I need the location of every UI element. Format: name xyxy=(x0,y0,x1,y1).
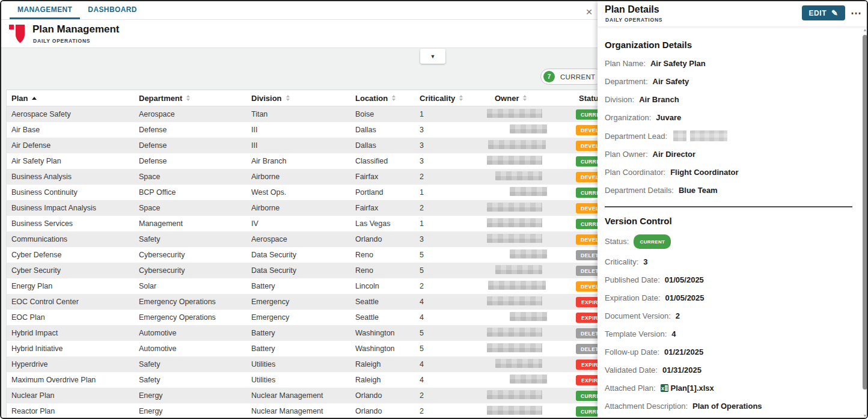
cell-department: Management xyxy=(139,219,251,228)
cell-division: Data Security xyxy=(251,251,355,259)
cell-plan: Aerospace Safety xyxy=(11,110,139,118)
pencil-icon: ✎ xyxy=(831,8,839,17)
cell-department: Aerospace xyxy=(139,110,251,118)
plan-details-panel: Plan Details DAILY OPERATIONS EDIT ✎ ⋯ O… xyxy=(598,1,868,419)
filter-chip-label: CURRENT xyxy=(560,73,595,81)
svg-text:x: x xyxy=(661,385,664,391)
app-window: MANAGEMENT DASHBOARD × Plan Management D… xyxy=(0,0,868,419)
column-label: Division xyxy=(251,94,282,103)
cell-location: Seattle xyxy=(355,298,420,306)
column-label: Owner xyxy=(495,94,519,103)
field-criticality: Criticality:3 xyxy=(605,257,852,267)
cell-department: Safety xyxy=(139,235,251,243)
cell-division: IV xyxy=(251,219,355,228)
owner-redacted-block xyxy=(487,343,542,352)
cell-plan: Air Base xyxy=(11,126,139,134)
collapse-toolbar-button[interactable]: ▼ xyxy=(420,49,445,64)
cell-division: Utilities xyxy=(251,376,355,384)
owner-redacted-block xyxy=(487,109,542,118)
cell-criticality: 1 xyxy=(420,110,487,118)
cell-owner xyxy=(487,265,576,276)
cell-division: Aerospace xyxy=(251,235,355,243)
page-subtitle: DAILY OPERATIONS xyxy=(33,38,90,44)
panel-scrollbar[interactable]: ▲ ▼ xyxy=(862,28,868,419)
cell-criticality: 5 xyxy=(420,329,487,337)
tab-management[interactable]: MANAGEMENT xyxy=(10,1,80,19)
cell-plan: Nuclear Plan xyxy=(11,391,139,400)
cell-department: Defense xyxy=(139,141,251,150)
sort-icon xyxy=(186,95,190,101)
field-department-details: Department Details:Blue Team xyxy=(605,185,852,195)
cell-plan: EOC Control Center xyxy=(11,298,139,306)
cell-owner xyxy=(487,171,576,182)
attached-plan-link[interactable]: Plan[1].xlsx xyxy=(671,384,714,393)
scroll-down-icon[interactable]: ▼ xyxy=(863,414,867,418)
field-attached-plan: Attached Plan:xPlan[1].xlsx xyxy=(605,383,852,393)
panel-subtitle: DAILY OPERATIONS xyxy=(605,17,662,23)
owner-redacted-block xyxy=(487,218,542,227)
more-options-icon[interactable]: ⋯ xyxy=(851,7,862,20)
cell-department: Energy xyxy=(139,391,251,400)
cell-owner xyxy=(487,156,576,167)
column-header[interactable]: Criticality xyxy=(420,94,487,103)
cell-location: Lincoln xyxy=(355,282,420,290)
section-divider xyxy=(605,206,852,207)
owner-redacted-block xyxy=(487,390,542,399)
column-header[interactable]: Division xyxy=(251,94,355,103)
field-document-version: Document Version:2 xyxy=(605,311,852,321)
field-status: Status:CURRENT xyxy=(605,234,852,249)
cell-location: Reno xyxy=(355,251,420,259)
column-label: Department xyxy=(139,94,182,103)
scrollbar-thumb[interactable] xyxy=(863,35,867,390)
lead-avatar-redacted xyxy=(673,130,686,141)
field-template-version: Template Version:4 xyxy=(605,329,852,339)
field-organization: Organization:Juvare xyxy=(605,112,852,123)
cell-plan: Communications xyxy=(11,235,139,243)
cell-location: Portland xyxy=(355,188,420,197)
cell-location: Fairfax xyxy=(355,204,420,212)
cell-department: Defense xyxy=(139,126,251,134)
owner-redacted-block xyxy=(510,249,547,258)
cell-criticality: 3 xyxy=(420,141,487,150)
field-plan-owner: Plan Owner:Air Director xyxy=(605,149,852,159)
field-validated-date: Validated Date:01/31/2025 xyxy=(605,365,852,375)
cell-criticality: 4 xyxy=(420,360,487,369)
cell-department: Space xyxy=(139,173,251,181)
field-attachment-description: Attachment Description:Plan of Operation… xyxy=(605,401,852,411)
cell-division: Battery xyxy=(251,344,355,353)
scroll-up-icon[interactable]: ▲ xyxy=(863,28,867,32)
cell-department: Automotive xyxy=(139,344,251,353)
column-label: Criticality xyxy=(420,94,455,103)
cell-department: Emergency Operations xyxy=(139,313,251,322)
cell-division: Titan xyxy=(251,110,355,118)
cell-division: Emergency xyxy=(251,313,355,322)
cell-location: Dallas xyxy=(355,141,420,150)
cell-owner xyxy=(487,390,576,401)
column-header[interactable]: Plan xyxy=(11,94,139,103)
cell-division: Airborne xyxy=(251,173,355,181)
cell-location: Reno xyxy=(355,266,420,275)
cell-plan: EOC Plan xyxy=(11,313,139,322)
cell-division: Battery xyxy=(251,329,355,337)
cell-plan: Hybrid Initiative xyxy=(11,344,139,353)
page-title: Plan Management xyxy=(32,23,120,35)
cell-plan: Business Continuity xyxy=(11,188,139,197)
owner-redacted-block xyxy=(487,234,542,243)
column-header[interactable]: Owner xyxy=(487,94,576,103)
filter-chip-current[interactable]: 7 CURRENT xyxy=(540,69,604,85)
cell-department: BCP Office xyxy=(139,188,251,197)
column-label: Plan xyxy=(11,94,28,103)
cell-plan: Business Services xyxy=(11,219,139,228)
edit-button[interactable]: EDIT ✎ xyxy=(802,5,845,20)
tab-dashboard[interactable]: DASHBOARD xyxy=(80,1,145,19)
close-icon[interactable]: × xyxy=(583,6,595,18)
cell-location: Fairfax xyxy=(355,173,420,181)
cell-division: Airborne xyxy=(251,204,355,212)
tab-dashboard-label: DASHBOARD xyxy=(88,5,137,14)
cell-division: Utilities xyxy=(251,360,355,369)
owner-redacted-block xyxy=(510,187,547,196)
column-header[interactable]: Location xyxy=(355,94,420,103)
owner-redacted-block xyxy=(510,312,547,321)
cell-location: Raleigh xyxy=(355,360,420,369)
column-header[interactable]: Department xyxy=(139,94,251,103)
